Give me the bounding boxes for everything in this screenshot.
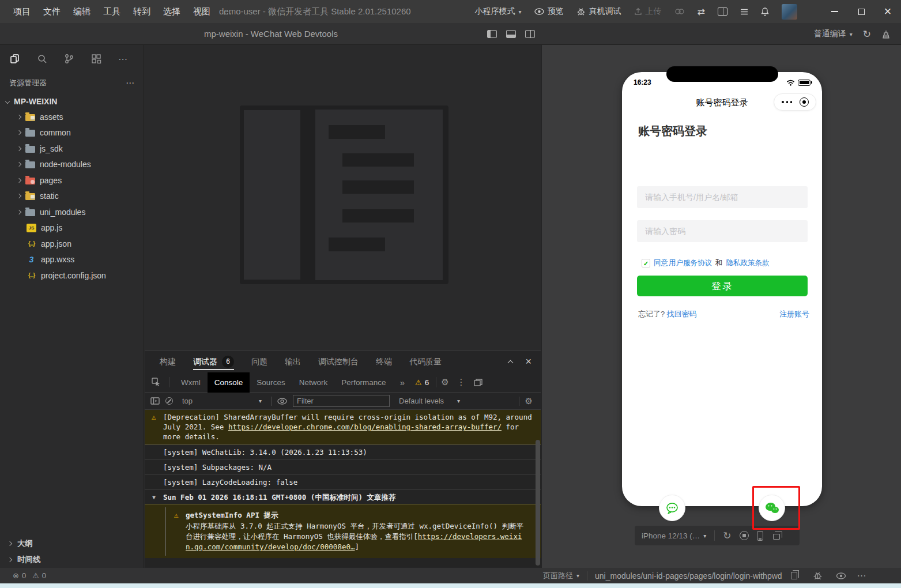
toggle-split-icon[interactable]	[525, 30, 535, 38]
tab-problems[interactable]: 问题	[251, 351, 267, 372]
more-views-icon[interactable]: ⋯	[118, 54, 128, 65]
agreement-checkbox[interactable]: ✓	[642, 259, 650, 267]
link-icon[interactable]	[674, 8, 685, 15]
console-scrollbar[interactable]	[536, 440, 540, 566]
copy-path-icon[interactable]	[791, 572, 797, 579]
menu-goto[interactable]: 转到	[129, 4, 154, 20]
maximize-button[interactable]	[848, 0, 874, 23]
rotate-device-icon[interactable]: ↻	[723, 530, 731, 542]
devtools-kebab-icon[interactable]: ⋮	[457, 377, 466, 387]
status-more-icon[interactable]: ⋯	[857, 570, 866, 581]
device-frame-icon[interactable]	[757, 531, 763, 541]
toggle-panel-icon[interactable]	[506, 30, 516, 38]
tree-item-node-modules[interactable]: node-modules	[0, 157, 144, 173]
account-input[interactable]	[637, 186, 808, 208]
tree-item-static[interactable]: static	[0, 189, 144, 205]
password-input[interactable]	[637, 220, 808, 242]
chevron-right-icon	[17, 162, 21, 167]
layout-icon[interactable]	[718, 7, 727, 16]
tab-output[interactable]: 输出	[285, 351, 301, 372]
explorer-actions-icon[interactable]: ⋯	[126, 78, 134, 88]
eye-icon[interactable]	[277, 398, 287, 405]
capsule-close-icon[interactable]	[800, 97, 809, 107]
more-tabs-icon[interactable]: »	[393, 372, 412, 393]
console-group-row[interactable]: ▼ Sun Feb 01 2026 16:18:11 GMT+0800 (中国标…	[145, 489, 541, 504]
detach-window-icon[interactable]	[773, 534, 780, 540]
page-path-dropdown[interactable]: 页面路径 ▾	[543, 571, 579, 581]
remote-debug-button[interactable]: 真机调试	[576, 6, 621, 17]
console-sidebar-icon[interactable]	[150, 397, 160, 405]
outline-section[interactable]: 大纲	[0, 536, 144, 552]
find-password-link[interactable]: 找回密码	[667, 310, 697, 318]
menu-edit[interactable]: 编辑	[69, 4, 95, 20]
tree-item-pages[interactable]: pages	[0, 172, 144, 189]
clear-console-icon[interactable]	[165, 397, 173, 405]
timeline-section[interactable]: 时间线	[0, 552, 144, 568]
eye-icon[interactable]	[836, 572, 846, 579]
devtools-tab-wxml[interactable]: Wxml	[174, 372, 208, 393]
register-link[interactable]: 注册账号	[779, 309, 809, 319]
mode-dropdown[interactable]: 小程序模式 ▾	[475, 6, 522, 17]
clear-cache-icon[interactable]	[881, 30, 891, 39]
privacy-policy-link[interactable]: 隐私政策条款	[726, 258, 770, 268]
hamburger-menu-icon[interactable]	[740, 9, 748, 15]
tree-item-project-config[interactable]: {...}project.config.json	[0, 267, 144, 284]
tree-root[interactable]: MP-WEIXIN	[0, 93, 144, 109]
tree-item-app-js[interactable]: JSapp.js	[0, 220, 144, 236]
preview-button[interactable]: 预览	[534, 6, 564, 17]
device-dropdown[interactable]: iPhone 12/13 (… ▾	[642, 532, 706, 540]
refresh-icon[interactable]: ↻	[863, 28, 871, 40]
avatar[interactable]	[782, 4, 797, 20]
menu-view[interactable]: 视图	[189, 4, 214, 20]
devtools-tab-network[interactable]: Network	[292, 372, 335, 393]
miniprogram-capsule[interactable]	[774, 93, 816, 111]
devtools-tab-performance[interactable]: Performance	[334, 372, 393, 393]
menu-tools[interactable]: 工具	[99, 4, 125, 20]
levels-dropdown[interactable]: Default levels ▾	[395, 397, 463, 405]
extensions-icon[interactable]	[91, 54, 101, 64]
tree-item-common[interactable]: common	[0, 125, 144, 141]
tab-debugger[interactable]: 调试器 6	[193, 351, 234, 372]
console-warning-count[interactable]: ⚠ 6	[415, 378, 429, 387]
tree-item-app-json[interactable]: {...}app.json	[0, 236, 144, 252]
tree-item-js-sdk[interactable]: js_sdk	[0, 141, 144, 157]
tab-code-quality[interactable]: 代码质量	[409, 351, 442, 372]
console-link[interactable]: https://developer.chrome.com/blog/enabli…	[228, 423, 502, 431]
tab-terminal[interactable]: 终端	[376, 351, 392, 372]
tab-build[interactable]: 构建	[160, 351, 176, 372]
menu-file[interactable]: 文件	[39, 4, 65, 20]
dock-side-icon[interactable]	[474, 379, 482, 386]
login-button[interactable]: 登录	[637, 276, 808, 296]
bug-icon[interactable]	[813, 571, 823, 581]
console-settings-icon[interactable]: ⚙	[525, 396, 533, 406]
search-icon[interactable]	[37, 54, 47, 64]
close-button[interactable]: ×	[874, 0, 901, 23]
tab-debug-console[interactable]: 调试控制台	[318, 351, 359, 372]
stop-icon[interactable]	[740, 531, 749, 540]
toggle-sidebar-icon[interactable]	[487, 30, 497, 38]
tree-item-assets[interactable]: assets	[0, 109, 144, 125]
devtools-tab-console[interactable]: Console	[208, 372, 250, 393]
bell-icon[interactable]	[761, 7, 769, 16]
upload-button[interactable]: 上传	[634, 6, 662, 17]
minimize-button[interactable]	[821, 0, 848, 23]
service-agreement-link[interactable]: 用户服务协议	[669, 258, 712, 268]
compile-mode-dropdown[interactable]: 普通编译 ▾	[814, 29, 853, 39]
menu-select[interactable]: 选择	[159, 4, 184, 20]
source-control-icon[interactable]	[64, 54, 74, 64]
devtools-tab-sources[interactable]: Sources	[250, 372, 292, 393]
console-filter-input[interactable]	[293, 395, 390, 407]
close-panel-icon[interactable]: ×	[525, 356, 531, 368]
menu-project[interactable]: 项目	[9, 4, 35, 20]
switch-icon[interactable]: ⇄	[698, 6, 705, 17]
and-label: 和	[715, 258, 723, 268]
capsule-more-icon[interactable]	[782, 101, 793, 104]
devtools-settings-icon[interactable]: ⚙	[441, 377, 448, 387]
tree-item-uni-modules[interactable]: uni_modules	[0, 204, 144, 220]
explorer-icon[interactable]	[9, 54, 20, 65]
tree-item-app-wxss[interactable]: 3app.wxss	[0, 252, 144, 268]
eye-icon	[534, 8, 544, 15]
maximize-panel-icon[interactable]	[508, 360, 514, 366]
inspect-icon[interactable]	[152, 378, 161, 387]
context-dropdown[interactable]: top ▾	[179, 397, 265, 405]
